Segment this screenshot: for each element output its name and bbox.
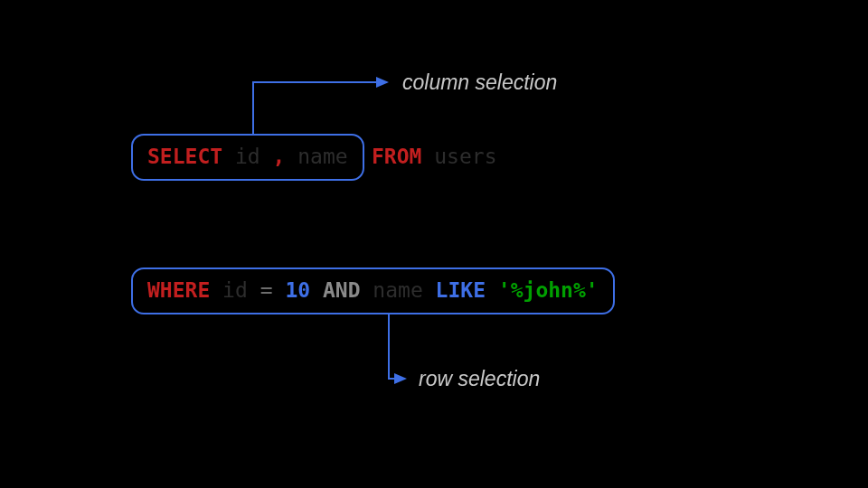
table-name: users — [434, 145, 496, 168]
from-keyword: FROM — [372, 145, 421, 168]
where-col-id: id — [222, 278, 248, 302]
literal-john-pattern: '%john%' — [498, 278, 599, 302]
and-keyword: AND — [323, 278, 361, 302]
where-col-name: name — [373, 278, 422, 302]
equals-operator: = — [260, 278, 273, 302]
literal-10: 10 — [285, 278, 310, 302]
select-clause-box: SELECT id , name — [131, 134, 364, 181]
from-clause: FROM users — [357, 136, 512, 179]
comma: , — [273, 145, 286, 168]
where-keyword: WHERE — [147, 278, 210, 302]
select-keyword: SELECT — [147, 145, 222, 168]
diagram-stage: column selection SELECT id , name FROM u… — [0, 0, 868, 488]
like-keyword: LIKE — [436, 278, 486, 302]
where-clause-box: WHERE id = 10 AND name LIKE '%john%' — [131, 267, 615, 314]
column-selection-label: column selection — [402, 70, 557, 95]
column-name: name — [297, 145, 347, 168]
row-selection-label: row selection — [419, 367, 540, 391]
column-id: id — [235, 145, 260, 168]
